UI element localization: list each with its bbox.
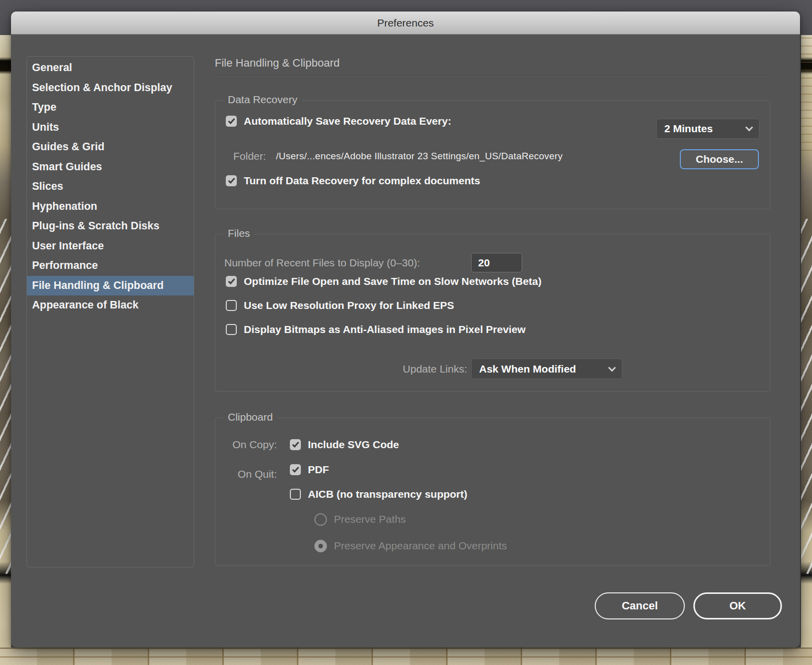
data-recovery-legend: Data Recovery [223, 94, 302, 106]
chevron-down-icon [608, 364, 616, 372]
checkmark-icon [292, 440, 299, 447]
checkmark-icon [228, 117, 235, 124]
update-links-label: Update Links: [403, 363, 467, 375]
on-copy-label: On Copy: [232, 439, 277, 451]
recent-files-label: Number of Recent Files to Display (0–30)… [224, 257, 420, 269]
pdf-checkbox[interactable] [290, 464, 301, 475]
on-quit-label: On Quit: [238, 468, 277, 480]
include-svg-code-label: Include SVG Code [308, 439, 399, 451]
background-artwork-bottom-bricks [0, 647, 812, 665]
background-artwork-right [801, 35, 812, 647]
folder-label: Folder: [233, 150, 266, 162]
artwork-slash-pattern [801, 219, 812, 574]
preserve-paths-radio [314, 513, 327, 526]
aicb-checkbox[interactable] [290, 489, 301, 500]
choose-folder-button[interactable]: Choose... [680, 149, 759, 169]
preserve-appearance-radio [314, 540, 327, 552]
low-res-proxy-checkbox[interactable] [226, 300, 237, 311]
pdf-label: PDF [308, 464, 329, 476]
update-links-dropdown[interactable]: Ask When Modified [471, 359, 622, 379]
sidebar-item-selection-anchor-display[interactable]: Selection & Anchor Display [27, 78, 194, 98]
optimize-slow-networks-checkbox[interactable] [226, 276, 237, 287]
optimize-slow-networks-label: Optimize File Open and Save Time on Slow… [244, 275, 542, 287]
sidebar-item-appearance-of-black[interactable]: Appearance of Black [27, 295, 194, 315]
checkmark-icon [228, 176, 235, 183]
recovery-interval-dropdown[interactable]: 2 Minutes [656, 119, 759, 139]
turn-off-recovery-complex-checkbox[interactable] [226, 175, 237, 186]
sidebar-item-user-interface[interactable]: User Interface [27, 236, 194, 256]
low-res-proxy-label: Use Low Resolution Proxy for Linked EPS [244, 299, 454, 311]
clipboard-legend: Clipboard [223, 411, 277, 423]
turn-off-recovery-complex-label: Turn off Data Recovery for complex docum… [244, 175, 480, 187]
recent-files-input[interactable] [471, 253, 522, 272]
display-bitmaps-label: Display Bitmaps as Anti-Aliased images i… [244, 323, 526, 336]
artwork-stripe-pattern [801, 35, 812, 158]
page-title: File Handling & Clipboard [215, 57, 339, 70]
sidebar-item-type[interactable]: Type [27, 98, 194, 118]
preferences-dialog: Preferences General Selection & Anchor D… [11, 12, 800, 647]
update-links-value: Ask When Modified [479, 363, 576, 375]
divider [215, 75, 770, 76]
include-svg-code-checkbox[interactable] [290, 439, 301, 450]
ok-button[interactable]: OK [693, 592, 782, 619]
preferences-category-list: General Selection & Anchor Display Type … [27, 56, 194, 567]
radio-dot-icon [318, 544, 323, 548]
aicb-label: AICB (no transparency support) [308, 488, 468, 500]
sidebar-item-slices[interactable]: Slices [27, 177, 194, 197]
checkmark-icon [292, 465, 299, 472]
checkmark-icon [228, 277, 235, 284]
sidebar-item-units[interactable]: Units [27, 118, 194, 138]
artwork-slash-pattern [0, 219, 11, 574]
display-bitmaps-checkbox[interactable] [226, 324, 237, 335]
sidebar-item-hyphenation[interactable]: Hyphenation [27, 197, 194, 217]
background-artwork-left [0, 35, 11, 647]
preserve-appearance-label: Preserve Appearance and Overprints [334, 540, 507, 552]
sidebar-item-performance[interactable]: Performance [27, 256, 194, 276]
files-legend: Files [223, 227, 254, 239]
chevron-down-icon [745, 124, 753, 132]
preserve-paths-label: Preserve Paths [334, 513, 406, 525]
sidebar-item-smart-guides[interactable]: Smart Guides [27, 157, 194, 177]
sidebar-item-guides-grid[interactable]: Guides & Grid [27, 137, 194, 157]
auto-save-recovery-label: Automatically Save Recovery Data Every: [244, 115, 451, 127]
dialog-titlebar[interactable]: Preferences [11, 12, 800, 35]
auto-save-recovery-checkbox[interactable] [226, 116, 237, 127]
folder-path: /Users/...ences/Adobe Illustrator 23 Set… [276, 151, 563, 162]
dialog-title: Preferences [377, 17, 434, 29]
cancel-button[interactable]: Cancel [595, 592, 685, 619]
sidebar-item-plugins-scratch-disks[interactable]: Plug-ins & Scratch Disks [27, 216, 194, 236]
recovery-interval-value: 2 Minutes [664, 123, 713, 135]
sidebar-item-general[interactable]: General [27, 58, 194, 78]
sidebar-item-file-handling-clipboard[interactable]: File Handling & Clipboard [27, 276, 194, 296]
